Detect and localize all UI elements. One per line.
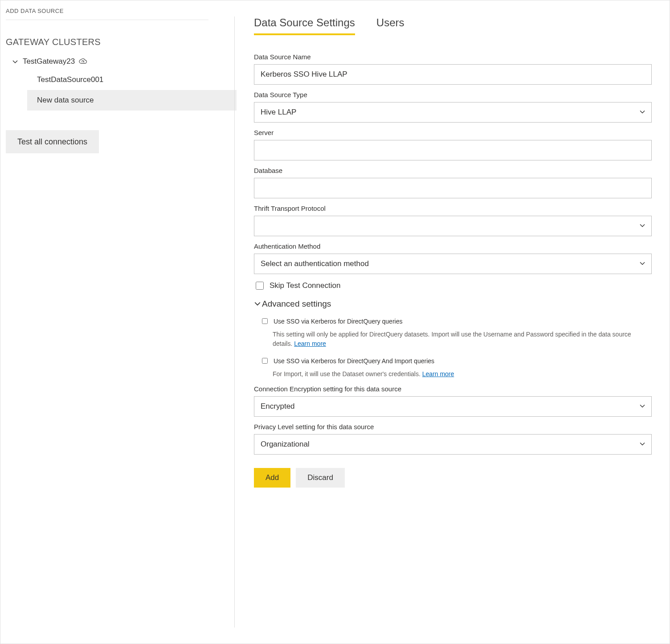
datasource-item-existing[interactable]: TestDataSource001 bbox=[6, 70, 229, 90]
advanced-settings-toggle[interactable]: Advanced settings bbox=[254, 299, 652, 309]
datasource-item-new[interactable]: New data source bbox=[27, 90, 237, 111]
test-all-connections-button[interactable]: Test all connections bbox=[6, 130, 99, 153]
data-source-type-label: Data Source Type bbox=[254, 91, 652, 98]
sso-kerberos-dq-checkbox[interactable] bbox=[262, 318, 268, 324]
gateway-clusters-heading: GATEWAY CLUSTERS bbox=[6, 37, 229, 47]
sso-kerberos-dq-desc: This setting will only be applied for Di… bbox=[273, 330, 652, 349]
server-label: Server bbox=[254, 129, 652, 136]
privacy-label: Privacy Level setting for this data sour… bbox=[254, 423, 652, 431]
database-label: Database bbox=[254, 167, 652, 174]
discard-button[interactable]: Discard bbox=[296, 468, 345, 488]
cloud-sync-icon bbox=[78, 58, 87, 65]
gateway-node[interactable]: TestGateway23 bbox=[6, 53, 229, 70]
database-input[interactable] bbox=[254, 178, 652, 198]
encryption-label: Connection Encryption setting for this d… bbox=[254, 385, 652, 393]
datasource-label: TestDataSource001 bbox=[37, 75, 103, 84]
learn-more-link[interactable]: Learn more bbox=[422, 370, 454, 377]
skip-test-label: Skip Test Connection bbox=[270, 281, 340, 290]
data-source-name-input[interactable] bbox=[254, 64, 652, 85]
chevron-down-icon bbox=[254, 300, 261, 308]
tab-data-source-settings[interactable]: Data Source Settings bbox=[254, 16, 355, 35]
sso-kerberos-dq-label: Use SSO via Kerberos for DirectQuery que… bbox=[274, 318, 402, 325]
tab-users[interactable]: Users bbox=[376, 16, 404, 35]
skip-test-checkbox[interactable] bbox=[256, 282, 264, 290]
datasource-label: New data source bbox=[37, 96, 94, 105]
data-source-type-select[interactable] bbox=[254, 102, 652, 123]
gateway-name-label: TestGateway23 bbox=[23, 57, 75, 66]
advanced-settings-label: Advanced settings bbox=[262, 299, 331, 309]
encryption-select[interactable] bbox=[254, 396, 652, 417]
privacy-select[interactable] bbox=[254, 434, 652, 455]
add-button[interactable]: Add bbox=[254, 468, 290, 488]
auth-method-select[interactable] bbox=[254, 254, 652, 274]
add-data-source-link[interactable]: ADD DATA SOURCE bbox=[6, 6, 208, 20]
learn-more-link[interactable]: Learn more bbox=[294, 340, 326, 347]
sso-kerberos-dq-import-checkbox[interactable] bbox=[262, 358, 268, 364]
thrift-label: Thrift Transport Protocol bbox=[254, 205, 652, 212]
chevron-down-icon bbox=[12, 58, 18, 65]
server-input[interactable] bbox=[254, 140, 652, 160]
sso-kerberos-dq-import-desc: For Import, it will use the Dataset owne… bbox=[273, 369, 652, 379]
vertical-divider bbox=[234, 16, 235, 628]
data-source-name-label: Data Source Name bbox=[254, 53, 652, 61]
auth-method-label: Authentication Method bbox=[254, 242, 652, 250]
thrift-select[interactable] bbox=[254, 216, 652, 236]
sso-kerberos-dq-import-label: Use SSO via Kerberos for DirectQuery And… bbox=[274, 357, 434, 365]
